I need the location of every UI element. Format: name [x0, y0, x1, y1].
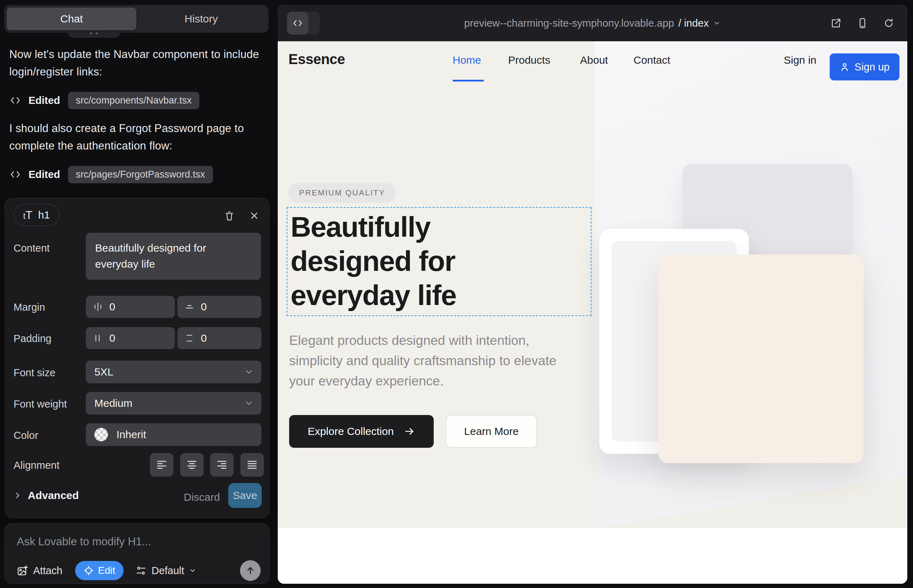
- align-center-button[interactable]: [180, 453, 204, 477]
- code-icon: [9, 168, 21, 181]
- font-size-value: 5XL: [94, 366, 113, 378]
- font-size-select[interactable]: 5XL: [86, 360, 261, 383]
- discard-button[interactable]: Discard: [184, 491, 220, 503]
- save-button[interactable]: Save: [228, 483, 262, 508]
- nav-link-home[interactable]: Home: [453, 54, 481, 66]
- refresh-icon: [884, 18, 894, 29]
- color-value: Inherit: [117, 428, 146, 441]
- margin-y-input[interactable]: 0: [177, 296, 261, 318]
- typography-icon: tT: [23, 208, 32, 222]
- prompt-input[interactable]: Ask Lovable to modify H1...: [17, 535, 151, 548]
- sidebar-tabs: Chat History: [4, 5, 269, 33]
- color-label: Color: [13, 430, 38, 441]
- file-edit-row[interactable]: Edited src/pages/ForgotPassword.tsx: [9, 165, 213, 184]
- nav-link-contact[interactable]: Contact: [633, 54, 670, 66]
- chevron-down-icon: [189, 567, 196, 574]
- file-edit-row[interactable]: Edited src/components/Navbar.tsx: [9, 91, 199, 110]
- nav-link-about[interactable]: About: [580, 54, 608, 66]
- font-weight-select[interactable]: Medium: [86, 392, 261, 415]
- attach-label: Attach: [33, 565, 62, 577]
- chat-message: Now let's update the Navbar component to…: [9, 45, 261, 81]
- open-in-new-tab-button[interactable]: [830, 17, 842, 29]
- explore-collection-button[interactable]: Explore Collection: [289, 415, 434, 448]
- advanced-label: Advanced: [28, 489, 79, 501]
- smartphone-icon: [857, 18, 868, 29]
- padding-y-input[interactable]: 0: [177, 327, 261, 349]
- chevron-down-icon: [713, 19, 721, 27]
- padding-x-value: 0: [109, 332, 115, 344]
- prompt-box[interactable]: Ask Lovable to modify H1... Attach Edit …: [5, 523, 270, 584]
- font-weight-value: Medium: [94, 397, 133, 409]
- mode-select[interactable]: Default: [136, 565, 196, 577]
- edit-action-label: Edited: [29, 95, 60, 107]
- advanced-toggle[interactable]: Advanced: [13, 489, 79, 501]
- site-navbar: Essence Home Products About Contact Sign…: [278, 41, 907, 82]
- chevron-down-icon: [244, 399, 254, 408]
- edit-action-label: Edited: [29, 169, 60, 181]
- close-editor-button[interactable]: [246, 208, 262, 223]
- learn-more-button[interactable]: Learn More: [446, 415, 537, 448]
- selected-element-pill[interactable]: tT h1: [13, 204, 60, 226]
- hero-description: Elegant products designed with intention…: [289, 330, 563, 391]
- mode-label: Default: [151, 565, 184, 577]
- user-icon: [840, 62, 850, 72]
- tab-history[interactable]: History: [136, 8, 266, 30]
- content-label: Content: [13, 242, 50, 254]
- color-swatch: [94, 428, 108, 441]
- nav-link-products[interactable]: Products: [508, 54, 550, 66]
- align-justify-icon: [246, 459, 258, 471]
- arrow-right-icon: [404, 426, 415, 437]
- chat-message: I should also create a Forgot Password p…: [9, 120, 261, 155]
- browser-actions: [830, 5, 895, 41]
- content-input[interactable]: Beautifully designed for everyday life: [86, 233, 261, 280]
- margin-horizontal-icon: [93, 302, 103, 312]
- code-icon: [9, 94, 21, 107]
- padding-y-value: 0: [201, 332, 207, 344]
- delete-element-button[interactable]: [222, 208, 237, 223]
- font-size-label: Font size: [13, 367, 55, 379]
- font-weight-label: Font weight: [13, 398, 67, 410]
- close-icon: [249, 210, 260, 221]
- preview-page: Essence Home Products About Contact Sign…: [278, 41, 907, 584]
- chevron-down-icon: [244, 367, 254, 376]
- site-logo[interactable]: Essence: [288, 51, 345, 67]
- padding-x-input[interactable]: 0: [86, 327, 175, 349]
- send-button[interactable]: [240, 560, 261, 581]
- refresh-button[interactable]: [882, 17, 895, 29]
- color-select[interactable]: Inherit: [86, 423, 261, 446]
- browser-toolbar: preview--charming-site-symphony.lovable.…: [278, 5, 907, 41]
- url-path: / index: [678, 18, 709, 29]
- attach-button[interactable]: Attach: [17, 565, 62, 577]
- align-justify-button[interactable]: [240, 453, 264, 477]
- tab-chat[interactable]: Chat: [7, 8, 136, 30]
- edited-file-chip[interactable]: src/components/Navbar.tsx: [68, 92, 200, 109]
- url-bar[interactable]: preview--charming-site-symphony.lovable.…: [278, 5, 907, 41]
- url-domain: preview--charming-site-symphony.lovable.…: [465, 18, 674, 29]
- margin-vertical-icon: [185, 302, 194, 312]
- explore-collection-label: Explore Collection: [308, 425, 394, 438]
- prompt-toolbar: Attach Edit Default: [17, 561, 261, 580]
- element-tag-label: h1: [38, 209, 50, 221]
- signin-link[interactable]: Sign in: [784, 54, 816, 66]
- hero-cta-row: Explore Collection Learn More: [289, 415, 537, 448]
- hero-badge: PREMIUM QUALITY: [288, 183, 396, 203]
- hero-headline[interactable]: Beautifully designed for everyday life: [291, 210, 494, 312]
- chevron-right-icon: [13, 491, 21, 499]
- align-right-button[interactable]: [210, 453, 233, 477]
- selected-h1-outline[interactable]: Beautifully designed for everyday life: [287, 207, 591, 316]
- sliders-icon: [136, 565, 146, 576]
- edit-mode-button[interactable]: Edit: [75, 561, 123, 580]
- arrow-up-icon: [245, 565, 255, 575]
- signup-button[interactable]: Sign up: [830, 53, 900, 81]
- margin-y-value: 0: [201, 301, 207, 313]
- mobile-view-button[interactable]: [856, 17, 869, 29]
- align-left-button[interactable]: [150, 453, 173, 477]
- signup-label: Sign up: [855, 61, 889, 73]
- alignment-label: Alignment: [13, 459, 60, 471]
- margin-x-input[interactable]: 0: [86, 296, 175, 318]
- trash-icon: [223, 210, 235, 221]
- preview-browser: preview--charming-site-symphony.lovable.…: [278, 5, 907, 584]
- padding-label: Padding: [13, 333, 51, 344]
- edited-file-chip[interactable]: src/pages/ForgotPassword.tsx: [68, 166, 213, 183]
- active-link-underline: [453, 80, 484, 81]
